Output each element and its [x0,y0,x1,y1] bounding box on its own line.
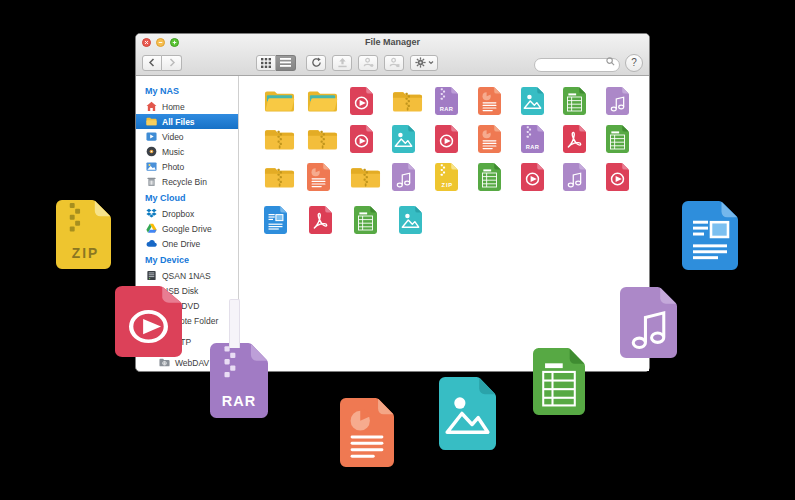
sidebar-item-home[interactable]: Home [136,99,238,114]
sheet-decor-icon [533,348,585,415]
file-grid: RAR [239,76,649,371]
file-pdf-file-icon[interactable] [309,206,354,238]
file-sheet-file-icon[interactable] [606,125,649,157]
folder-zip-file-icon[interactable] [264,163,307,195]
file-manager-window: File Manager [135,33,650,372]
svg-text:RAR: RAR [222,393,257,409]
file-rar-file-icon[interactable]: RAR [435,87,478,119]
sidebar-item-label: Google Drive [162,224,212,234]
file-grid-row: RAR [264,87,649,125]
doc-decor-icon [340,398,394,467]
folder-open-file-icon[interactable] [264,87,307,119]
sidebar-item-recycle-bin[interactable]: Recycle Bin [136,174,238,189]
file-image-file-icon[interactable] [399,206,444,238]
video-icon [145,131,157,143]
image-decor-icon [439,377,496,450]
file-image-file-icon[interactable] [392,125,435,157]
remote-folder-icon [158,357,170,369]
upload-button[interactable] [332,55,352,71]
file-doc-file-icon[interactable] [478,125,521,157]
dropbox-icon [145,208,157,220]
file-video-file-icon[interactable] [350,125,393,157]
file-sheet-file-icon[interactable] [478,163,521,195]
file-doc-file-icon[interactable] [478,87,521,119]
gdrive-icon [145,223,157,235]
file-video-file-icon[interactable] [521,163,564,195]
nas-icon [145,270,157,282]
sidebar-item-label: Recycle Bin [162,177,207,187]
sidebar-item-label: One Drive [162,239,200,249]
svg-text:RAR: RAR [440,106,454,112]
sidebar-section-label-my-device: My Device [136,251,238,268]
file-video-file-icon[interactable] [350,87,393,119]
sidebar-item-photo[interactable]: Photo [136,159,238,174]
file-docblue-file-icon[interactable] [264,206,309,238]
share-user-button[interactable] [358,55,378,71]
photo-icon [145,161,157,173]
chevron-down-icon [428,60,434,65]
forward-button[interactable] [162,55,182,71]
help-button[interactable]: ? [625,54,643,72]
sidebar-section-label-my-nas: My NAS [136,82,238,99]
sidebar-item-label: QSAN 1NAS [162,271,211,281]
sidebar-item-google-drive[interactable]: Google Drive [136,221,238,236]
file-grid-row: RAR [264,125,649,163]
file-video-file-icon[interactable] [606,163,649,195]
file-video-file-icon[interactable] [435,125,478,157]
sidebar-item-label: Music [162,147,184,157]
sidebar-section-label-my-cloud: My Cloud [136,189,238,206]
toolbar: ? [136,50,649,75]
refresh-button[interactable] [306,55,326,71]
back-button[interactable] [142,55,162,71]
music-icon [145,146,157,158]
sidebar-item-label: All Files [162,117,195,127]
file-image-file-icon[interactable] [521,87,564,119]
file-pdf-file-icon[interactable] [563,125,606,157]
sidebar-item-label: WebDAV [175,358,209,368]
list-view-button[interactable] [276,55,296,71]
music-decor-icon [620,287,677,358]
home-icon [145,101,157,113]
file-rar-file-icon[interactable]: RAR [521,125,564,157]
folder-zip-file-icon[interactable] [264,125,307,157]
rar-decor-icon: RAR [210,343,268,418]
sidebar-item-qsan-1nas[interactable]: QSAN 1NAS [136,268,238,283]
docblue-decor-icon [682,201,738,270]
file-doc-file-icon[interactable] [307,163,350,195]
video-decor-icon [115,286,182,357]
sidebar-item-music[interactable]: Music [136,144,238,159]
folder-zip-file-icon[interactable] [307,125,350,157]
sidebar-item-dropbox[interactable]: Dropbox [136,206,238,221]
sidebar-item-one-drive[interactable]: One Drive [136,236,238,251]
sidebar-item-label: Dropbox [162,209,194,219]
file-sheet-file-icon[interactable] [354,206,399,238]
sidebar-item-all-files[interactable]: All Files [136,114,238,129]
folder-zip-file-icon[interactable] [350,163,393,195]
folder-icon [145,116,157,128]
file-grid-row: ZIP [264,163,649,201]
settings-button[interactable] [410,55,438,71]
folder-open-file-icon[interactable] [307,87,350,119]
file-music-file-icon[interactable] [392,163,435,195]
file-music-file-icon[interactable] [606,87,649,119]
file-music-file-icon[interactable] [563,163,606,195]
svg-text:ZIP: ZIP [72,246,99,261]
sidebar-item-video[interactable]: Video [136,129,238,144]
search-icon [606,57,615,66]
titlebar: File Manager [136,34,649,50]
folder-zip-file-icon[interactable] [392,87,435,119]
zip-decor-icon: ZIP [56,200,111,269]
window-chrome: File Manager [136,34,649,76]
sidebar-item-label: Photo [162,162,184,172]
share-link-button[interactable] [384,55,404,71]
file-sheet-file-icon[interactable] [563,87,606,119]
grid-view-button[interactable] [256,55,276,71]
file-zip-file-icon[interactable]: ZIP [435,163,478,195]
recycle-icon [145,176,157,188]
sidebar-item-label: Home [162,102,185,112]
file-grid-row [264,206,649,244]
page-background: { "window": { "title": "File Manager", "… [0,0,795,500]
window-title: File Manager [136,37,649,47]
svg-text:RAR: RAR [525,144,539,150]
onedrive-icon [145,238,157,250]
